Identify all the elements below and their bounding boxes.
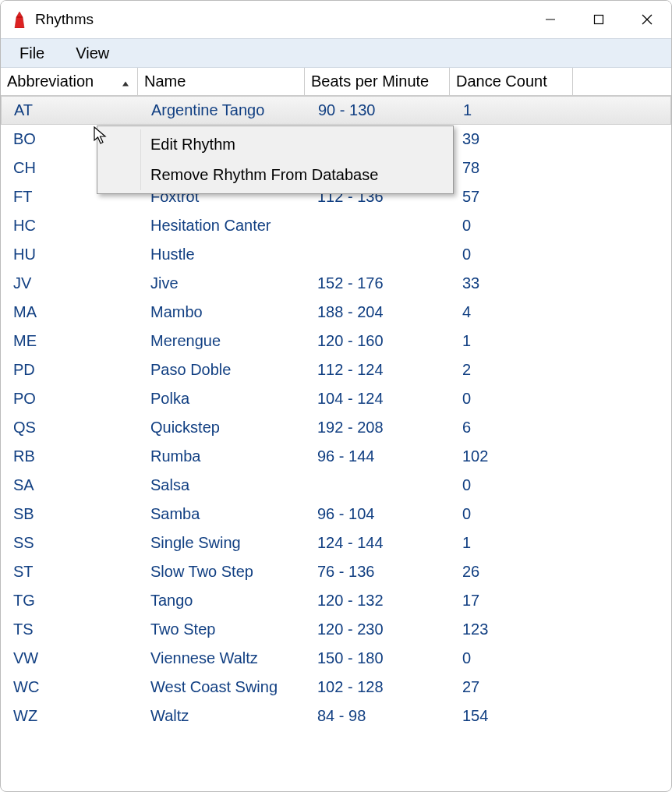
cell-dance-count: 1: [451, 101, 574, 119]
cell-abbreviation: JV: [1, 274, 138, 292]
cell-bpm: 124 - 144: [305, 534, 450, 552]
cell-abbreviation: TG: [1, 592, 138, 610]
cell-abbreviation: PD: [1, 361, 138, 379]
cell-dance-count: 123: [450, 621, 573, 638]
cell-name: Salsa: [138, 476, 305, 494]
column-header-empty: [573, 68, 671, 95]
table-row[interactable]: VWViennese Waltz150 - 1800: [1, 644, 671, 673]
column-header-bpm[interactable]: Beats per Minute: [305, 68, 450, 95]
cell-abbreviation: SB: [1, 505, 138, 523]
cell-name: Merengue: [138, 332, 305, 350]
cell-abbreviation: VW: [1, 649, 138, 667]
cell-bpm: 90 - 130: [306, 101, 451, 119]
close-button[interactable]: [623, 1, 671, 38]
cell-name: Tango: [138, 592, 305, 610]
cell-abbreviation: WZ: [1, 707, 138, 725]
table-row[interactable]: TSTwo Step120 - 230123: [1, 615, 671, 644]
table-row[interactable]: MEMerengue120 - 1601: [1, 327, 671, 355]
cell-bpm: 76 - 136: [305, 563, 450, 581]
context-menu-edit-rhythm[interactable]: Edit Rhythm: [141, 129, 451, 160]
cell-bpm: 96 - 104: [305, 505, 450, 523]
cell-name: Slow Two Step: [138, 563, 305, 581]
cell-dance-count: 0: [450, 505, 573, 523]
table-row[interactable]: SSSingle Swing124 - 1441: [1, 529, 671, 557]
cell-abbreviation: QS: [1, 419, 138, 437]
cell-dance-count: 102: [450, 447, 573, 465]
table-row[interactable]: WCWest Coast Swing102 - 12827: [1, 673, 671, 702]
column-label: Beats per Minute: [311, 72, 429, 90]
table-row[interactable]: HCHesitation Canter0: [1, 211, 671, 240]
cell-name: Mambo: [138, 303, 305, 321]
cell-abbreviation: PO: [1, 390, 138, 408]
cell-abbreviation: ME: [1, 332, 138, 350]
cell-bpm: 192 - 208: [305, 419, 450, 437]
sort-ascending-icon: [122, 72, 129, 90]
cell-abbreviation: WC: [1, 678, 138, 696]
cell-name: Single Swing: [138, 534, 305, 552]
cell-name: Rumba: [138, 447, 305, 465]
cell-name: Hustle: [138, 246, 305, 263]
table-row[interactable]: SASalsa0: [1, 471, 671, 500]
table-row[interactable]: TGTango120 - 13217: [1, 586, 671, 615]
cell-dance-count: 1: [450, 534, 573, 552]
cell-name: Waltz: [138, 707, 305, 725]
cell-abbreviation: AT: [2, 101, 139, 119]
table-row[interactable]: HUHustle0: [1, 240, 671, 269]
cell-name: Jive: [138, 274, 305, 292]
cell-bpm: 188 - 204: [305, 303, 450, 321]
window-title: Rhythms: [35, 11, 94, 28]
table-row[interactable]: POPolka104 - 1240: [1, 384, 671, 413]
cell-abbreviation: MA: [1, 303, 138, 321]
svg-marker-4: [122, 81, 129, 86]
cell-dance-count: 0: [450, 390, 573, 408]
cell-name: Two Step: [138, 621, 305, 638]
maximize-button[interactable]: [575, 1, 623, 38]
cell-bpm: 112 - 124: [305, 361, 450, 379]
menu-view[interactable]: View: [76, 44, 109, 62]
cell-dance-count: 27: [450, 678, 573, 696]
column-header-abbreviation[interactable]: Abbreviation: [1, 68, 138, 95]
column-header-name[interactable]: Name: [138, 68, 305, 95]
table-row[interactable]: RBRumba96 - 144102: [1, 442, 671, 471]
cell-dance-count: 0: [450, 649, 573, 667]
cell-bpm: 120 - 230: [305, 621, 450, 638]
cell-dance-count: 78: [450, 159, 573, 177]
cell-bpm: 120 - 160: [305, 332, 450, 350]
table-row[interactable]: STSlow Two Step76 - 13626: [1, 557, 671, 586]
cell-name: Argentine Tango: [139, 101, 306, 119]
cell-name: Hesitation Canter: [138, 217, 305, 235]
context-menu-gutter: [99, 129, 141, 190]
cell-dance-count: 154: [450, 707, 573, 725]
context-menu-remove-rhythm[interactable]: Remove Rhythm From Database: [141, 160, 451, 190]
table-row[interactable]: JVJive152 - 17633: [1, 269, 671, 298]
minimize-button[interactable]: [526, 1, 575, 38]
menubar: File View: [1, 38, 671, 68]
column-header-dance-count[interactable]: Dance Count: [450, 68, 573, 95]
cell-abbreviation: HC: [1, 217, 138, 235]
cell-dance-count: 0: [450, 246, 573, 263]
table-row[interactable]: ATArgentine Tango90 - 1301: [1, 96, 671, 125]
window-controls: [526, 1, 671, 38]
table-row[interactable]: MAMambo188 - 2044: [1, 298, 671, 327]
cell-name: Paso Doble: [138, 361, 305, 379]
table-row[interactable]: SBSamba96 - 1040: [1, 500, 671, 529]
cell-abbreviation: SS: [1, 534, 138, 552]
cell-bpm: 150 - 180: [305, 649, 450, 667]
cell-bpm: 152 - 176: [305, 274, 450, 292]
table-row[interactable]: QSQuickstep192 - 2086: [1, 413, 671, 442]
cell-dance-count: 33: [450, 274, 573, 292]
cell-abbreviation: TS: [1, 621, 138, 638]
cell-dance-count: 6: [450, 419, 573, 437]
cell-name: West Coast Swing: [138, 678, 305, 696]
table-row[interactable]: WZWaltz84 - 98154: [1, 702, 671, 730]
table-row[interactable]: PDPaso Doble112 - 1242: [1, 355, 671, 384]
app-window: Rhythms File View Abbreviation: [0, 0, 672, 792]
cell-bpm: 104 - 124: [305, 390, 450, 408]
cell-dance-count: 1: [450, 332, 573, 350]
cell-dance-count: 4: [450, 303, 573, 321]
cell-abbreviation: SA: [1, 476, 138, 494]
cell-dance-count: 0: [450, 476, 573, 494]
context-menu: Edit Rhythm Remove Rhythm From Database: [97, 126, 454, 194]
menu-file[interactable]: File: [19, 44, 44, 62]
app-icon: [12, 11, 27, 28]
